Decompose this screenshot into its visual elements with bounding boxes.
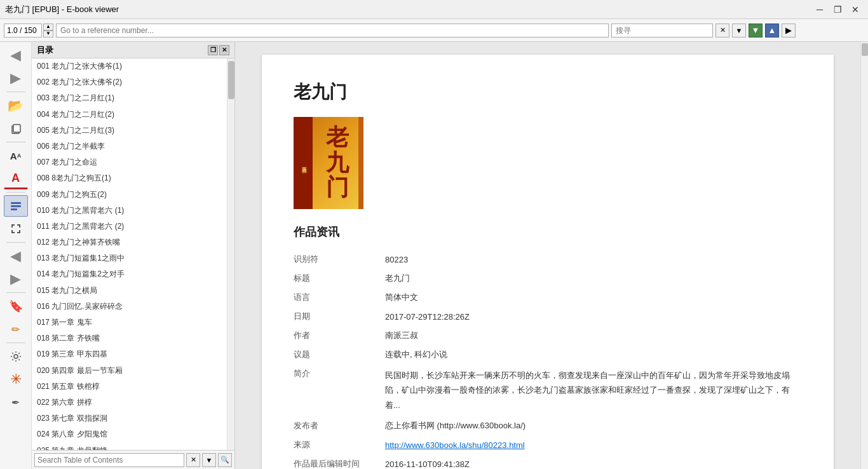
tool-open-file[interactable]: 📂 <box>4 95 28 116</box>
toolbar-search-dropdown[interactable]: ▼ <box>732 24 746 37</box>
toc-list-item[interactable]: 015 老九门之棋局 <box>32 283 227 299</box>
toc-list-item[interactable]: 006 老九门之半截李 <box>32 139 227 154</box>
toc-search-clear[interactable]: ✕ <box>186 453 200 467</box>
meta-row: 简介民国时期，长沙车站开来一辆来历不明的火车，彻查发现来自一座深山中的百年矿山，… <box>294 364 802 416</box>
tool-copy[interactable] <box>4 118 28 139</box>
toc-list-item[interactable]: 003 老九门之二月红(1) <box>32 90 227 106</box>
tool-edit[interactable]: ✒ <box>4 391 28 413</box>
toc-list-item[interactable]: 002 老九门之张大佛爷(2) <box>32 74 227 90</box>
meta-row: 语言简体中文 <box>294 288 802 307</box>
toc-close-btn[interactable]: ✕ <box>219 45 229 55</box>
tool-marker[interactable]: ✏ <box>4 318 28 340</box>
meta-value: 民国时期，长沙车站开来一辆来历不明的火车，彻查发现来自一座深山中的百年矿山，因为… <box>372 364 802 416</box>
tool-prev-page[interactable]: ◀ <box>4 245 28 267</box>
meta-row: 发布者恋上你看书网 (http://www.630book.la/) <box>294 416 802 435</box>
toc-list-item[interactable]: 013 老九门短篇集1之雨中 <box>32 250 227 266</box>
toc-list-item[interactable]: 005 老九门之二月红(3) <box>32 123 227 139</box>
toc-search-bar: ✕ ▼ 🔍 <box>32 450 234 469</box>
toc-panel: 目录 ❐ ✕ 001 老九门之张大佛爷(1)002 老九门之张大佛爷(2)003… <box>32 42 235 469</box>
meta-value: 连载中, 科幻小说 <box>372 345 802 364</box>
toc-list-item[interactable]: 008 8老九门之狗五(1) <box>32 170 227 186</box>
tool-nav-forward[interactable]: ▶ <box>4 67 28 89</box>
minimize-button[interactable]: ─ <box>812 3 827 16</box>
toc-list-item[interactable]: 016 九门回忆.吴家碎碎念 <box>32 299 227 315</box>
meta-value[interactable]: http://www.630book.la/shu/80223.html <box>372 435 802 454</box>
toc-list-item[interactable]: 014 老九门短篇集2之对手 <box>32 266 227 282</box>
meta-label: 简介 <box>294 364 372 416</box>
page-down-btn[interactable]: ▼ <box>43 31 53 37</box>
meta-row: 日期2017-07-29T12:28:26Z <box>294 307 802 326</box>
meta-row: 标题老九门 <box>294 269 802 288</box>
meta-row: 作者南派三叔 <box>294 326 802 345</box>
main-layout: ◀ ▶ 📂 AA A ◀ ▶ 🔖 <box>0 42 868 469</box>
meta-value: 2017-07-29T12:28:26Z <box>372 307 802 326</box>
toc-scrollbar[interactable] <box>227 58 234 450</box>
svg-rect-1 <box>13 125 20 132</box>
toc-list-item[interactable]: 018 第二章 齐铁嘴 <box>32 330 227 346</box>
toc-list-item[interactable]: 011 老九门之黑背老六 (2) <box>32 219 227 234</box>
page-input[interactable] <box>4 24 42 37</box>
restore-button[interactable]: ❐ <box>830 3 845 16</box>
meta-value: 简体中文 <box>372 288 802 307</box>
meta-value: 恋上你看书网 (http://www.630book.la/) <box>372 416 802 435</box>
tool-font-increase[interactable]: AA <box>4 145 28 167</box>
toc-list-item[interactable]: 004 老九门之二月红(2) <box>32 107 227 123</box>
page-spinner: ▲ ▼ <box>43 24 53 37</box>
toc-search-button[interactable]: 🔍 <box>218 453 232 467</box>
book-main-title: 老九门 <box>294 80 802 104</box>
meta-value: 老九门 <box>372 269 802 288</box>
tool-nav-back[interactable]: ◀ <box>4 44 28 66</box>
toc-list-item[interactable]: 017 第一章 鬼车 <box>32 315 227 330</box>
titlebar: 老九门 [EPUB] - E-book viewer ─ ❐ ✕ <box>0 0 868 19</box>
toc-list: 001 老九门之张大佛爷(1)002 老九门之张大佛爷(2)003 老九门之二月… <box>32 58 227 450</box>
toolbar-nav-up[interactable]: ▲ <box>765 24 779 37</box>
close-button[interactable]: ✕ <box>848 3 863 16</box>
toc-list-item[interactable]: 021 第五章 铁棺椁 <box>32 379 227 395</box>
toc-list-item[interactable]: 019 第三章 甲东四基 <box>32 346 227 362</box>
toc-list-item[interactable]: 012 老九门之神算齐铁嘴 <box>32 234 227 250</box>
toc-list-item[interactable]: 024 第八章 夕阳鬼馆 <box>32 426 227 442</box>
toc-list-item[interactable]: 009 老九门之狗五(2) <box>32 187 227 203</box>
meta-label: 发布者 <box>294 416 372 435</box>
toolbar-extra[interactable]: ▶ <box>782 24 796 37</box>
goto-input[interactable] <box>56 24 609 37</box>
toc-search-input[interactable] <box>34 453 184 467</box>
tool-separator-4 <box>6 242 25 243</box>
meta-label: 议题 <box>294 345 372 364</box>
toc-list-item[interactable]: 010 老九门之黑背老六 (1) <box>32 203 227 219</box>
svg-rect-3 <box>11 205 21 207</box>
page-input-group: ▲ ▼ <box>4 24 53 37</box>
tool-fullscreen[interactable] <box>4 218 28 240</box>
meta-label: 识别符 <box>294 250 372 269</box>
book-page: 老九门 南派三叔 老九门 作品资讯 识别符80223标题老九门语言简体中文日期2… <box>262 55 834 469</box>
toc-restore-btn[interactable]: ❐ <box>208 45 218 55</box>
toc-header-title: 目录 <box>37 44 53 56</box>
toc-list-item[interactable]: 025 第九章 龙母翻蜂 <box>32 443 227 451</box>
toc-list-item[interactable]: 001 老九门之张大佛爷(1) <box>32 58 227 74</box>
tool-separator-1 <box>6 92 25 92</box>
toc-list-item[interactable]: 022 第六章 拼椁 <box>32 395 227 411</box>
tool-bookmark[interactable]: 🔖 <box>4 296 28 317</box>
book-cover: 南派三叔 老九门 <box>294 117 363 209</box>
left-tools: ◀ ▶ 📂 AA A ◀ ▶ 🔖 <box>0 42 32 469</box>
tool-next-page[interactable]: ▶ <box>4 268 28 290</box>
toolbar-search-clear[interactable]: ✕ <box>715 24 729 37</box>
page-up-btn[interactable]: ▲ <box>43 24 53 31</box>
tool-asterisk[interactable]: ✳ <box>4 369 28 390</box>
right-scrollbar[interactable] <box>860 42 868 469</box>
toolbar-nav-down[interactable]: ▼ <box>749 24 763 37</box>
tool-separator-5 <box>6 292 25 293</box>
tool-settings[interactable] <box>4 346 28 367</box>
content-area[interactable]: 老九门 南派三叔 老九门 作品资讯 识别符80223标题老九门语言简体中文日期2… <box>235 42 860 469</box>
tool-separator-2 <box>6 142 25 142</box>
toc-search-dropdown[interactable]: ▼ <box>202 453 216 467</box>
toc-list-item[interactable]: 020 第四章 最后一节车厢 <box>32 363 227 379</box>
toc-header-controls: ❐ ✕ <box>208 45 229 55</box>
toc-list-item[interactable]: 023 第七章 双指探洞 <box>32 411 227 426</box>
meta-label: 日期 <box>294 307 372 326</box>
tool-highlight[interactable] <box>4 195 28 217</box>
tool-font-color[interactable]: A <box>4 168 28 189</box>
toc-list-item[interactable]: 007 老九门之命运 <box>32 154 227 170</box>
toolbar-search-input[interactable] <box>611 24 713 37</box>
meta-value: 80223 <box>372 250 802 269</box>
